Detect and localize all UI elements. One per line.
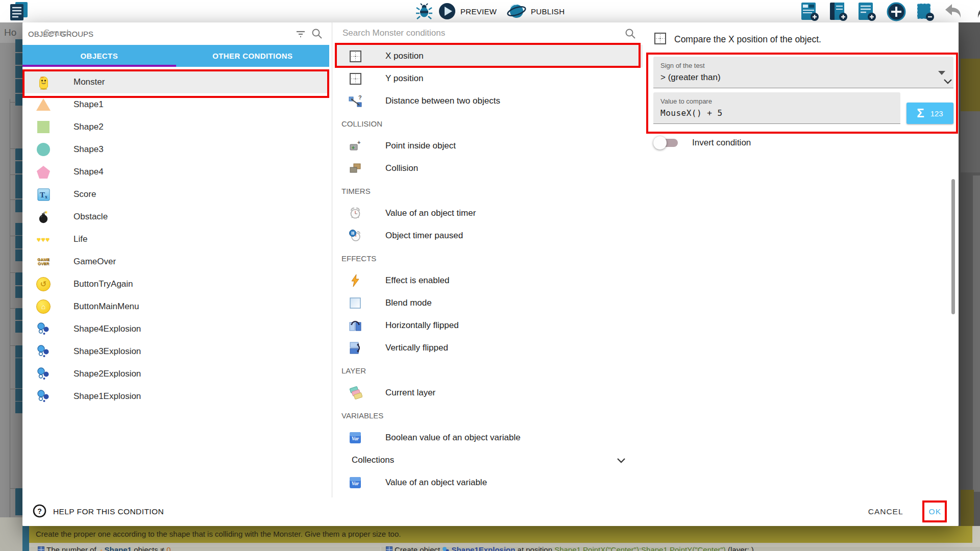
add-comment-icon[interactable]: [857, 2, 877, 22]
value-to-compare-label: Value to compare: [660, 97, 893, 105]
svg-text:?: ?: [358, 94, 362, 101]
chevron-down-icon[interactable]: [615, 454, 627, 468]
ok-button[interactable]: OK: [929, 507, 941, 516]
sign-of-test-select[interactable]: Sign of the test > (greater than): [653, 57, 953, 88]
condition-row-effect-is-enabled[interactable]: Effect is enabled: [336, 269, 643, 292]
paste-icon[interactable]: [915, 2, 936, 22]
object-label: Shape4Explosion: [74, 324, 141, 334]
expression-builder-label: 123: [930, 109, 943, 118]
events-sheet-icon[interactable]: [8, 1, 31, 21]
condition-title: Compare the X position of the object.: [674, 34, 821, 45]
object-row-life[interactable]: ♥♥♥Life: [22, 228, 329, 251]
conditions-search-input[interactable]: Search Monster conditions: [332, 22, 647, 45]
tab-other-conditions[interactable]: OTHER CONDITIONS: [176, 45, 330, 67]
event-block: [15, 488, 22, 515]
add-event-icon[interactable]: [800, 2, 820, 22]
object-row-shape3[interactable]: Shape3: [22, 138, 329, 161]
condition-row-horizontally-flipped[interactable]: Horizontally flipped: [336, 314, 643, 337]
object-row-buttonmainmenu[interactable]: ⌂ButtonMainMenu: [22, 295, 329, 318]
debug-icon[interactable]: [415, 3, 433, 20]
condition-row-y-position[interactable]: Y position: [336, 67, 643, 90]
objects-panel: Search OBJECTSOTHER CONDITIONS MonsterSh…: [22, 22, 329, 497]
object-list: MonsterShape1Shape2Shape3Shape4TxScoreOb…: [22, 67, 329, 408]
object-label: Shape2Explosion: [74, 369, 141, 379]
object-row-monster[interactable]: Monster: [22, 71, 329, 93]
event-block: [15, 286, 22, 298]
condition-group-header-timers: TIMERS: [332, 180, 647, 202]
condition-label: X position: [385, 51, 424, 61]
filter-icon[interactable]: [295, 28, 307, 42]
object-label: ButtonMainMenu: [74, 302, 139, 312]
add-circle-icon[interactable]: [886, 1, 907, 22]
object-label: Monster: [74, 77, 105, 87]
object-label: Score: [74, 189, 96, 199]
explosion-icon: [35, 320, 52, 338]
object-label: Shape3: [74, 144, 104, 155]
condition-row-current-layer[interactable]: Current layer: [336, 382, 643, 404]
search-icon: [311, 28, 323, 42]
object-row-shape1explosion[interactable]: Shape1Explosion: [22, 385, 329, 408]
object-row-score[interactable]: TxScore: [22, 183, 329, 206]
event-block: [15, 53, 22, 65]
value-to-compare-input[interactable]: Value to compare MouseX() + 5: [653, 92, 900, 124]
condition-row-distance-between-two-objects[interactable]: ?Distance between two objects: [336, 90, 643, 112]
object-label: ButtonTryAgain: [74, 279, 133, 289]
condition-row-value-of-an-object-timer[interactable]: Value of an object timer: [336, 202, 643, 224]
events-sheet-margin: [0, 517, 22, 551]
explosion-small-icon: [442, 546, 449, 551]
event-comment: Create the proper one according to the s…: [29, 526, 972, 543]
collapsible-collections[interactable]: Collections: [336, 449, 643, 471]
objects-tabbar: OBJECTSOTHER CONDITIONS: [22, 45, 329, 67]
redo-icon[interactable]: [973, 2, 980, 21]
condition-row-object-timer-paused[interactable]: Object timer paused: [336, 224, 643, 247]
event-block: [15, 174, 22, 198]
condition-row-vertically-flipped[interactable]: Vertically flipped: [336, 337, 643, 359]
event-block: [15, 94, 22, 106]
sign-of-test-value: > (greater than): [660, 72, 946, 83]
condition-row-value-of-an-object-variable[interactable]: VarValue of an object variable: [336, 471, 643, 494]
cancel-button[interactable]: CANCEL: [868, 507, 903, 516]
event-block: [15, 148, 22, 160]
condition-label: Collision: [385, 163, 418, 173]
condition-row-point-inside-object[interactable]: ++Point inside object: [336, 135, 643, 157]
add-subevent-icon[interactable]: [828, 2, 849, 22]
object-row-shape4explosion[interactable]: Shape4Explosion: [22, 318, 329, 340]
event-block: [15, 358, 22, 388]
event-block: [15, 79, 22, 93]
object-row-buttontryagain[interactable]: ↺ButtonTryAgain: [22, 273, 329, 295]
sigma-icon: Σ: [917, 106, 924, 120]
tab-objects[interactable]: OBJECTS: [22, 45, 176, 67]
explosion-icon: [35, 365, 52, 383]
object-row-shape4[interactable]: Shape4: [22, 161, 329, 183]
object-row-obstacle[interactable]: Obstacle: [22, 206, 329, 228]
condition-row-boolean-value-of-an-object-variable[interactable]: VarBoolean value of an object variable: [336, 427, 643, 449]
condition-row-blend-mode[interactable]: Blend mode: [336, 292, 643, 314]
event-block: [15, 39, 22, 52]
distance-icon: ?: [348, 93, 363, 109]
object-row-shape2explosion[interactable]: Shape2Explosion: [22, 363, 329, 385]
invert-condition-label: Invert condition: [692, 138, 751, 148]
help-button[interactable]: ? HELP FOR THIS CONDITION: [33, 504, 164, 520]
undo-icon[interactable]: [944, 2, 965, 21]
condition-label: Value of an object variable: [385, 478, 487, 488]
condition-row-collision[interactable]: Collision: [336, 157, 643, 180]
condition-row-x-position[interactable]: X position: [336, 45, 643, 67]
object-row-shape2[interactable]: Shape2: [22, 116, 329, 138]
text-object-icon: Tx: [35, 186, 52, 203]
objects-search-input[interactable]: Search: [22, 22, 329, 45]
x-position-icon: [653, 32, 667, 47]
preview-button[interactable]: PREVIEW: [438, 2, 497, 20]
expression-builder-button[interactable]: Σ 123: [906, 103, 953, 124]
invert-condition-toggle[interactable]: [654, 138, 678, 148]
preview-label: PREVIEW: [460, 7, 497, 16]
instruction-grid-icon: [386, 546, 393, 551]
object-row-gameover[interactable]: GAMEOVERGameOver: [22, 251, 329, 273]
object-row-shape1[interactable]: Shape1: [22, 93, 329, 116]
publish-button[interactable]: PUBLISH: [506, 2, 565, 20]
event-block: [15, 223, 22, 235]
collision-icon: [348, 161, 363, 176]
help-label: HELP FOR THIS CONDITION: [53, 507, 164, 516]
explosion-icon: [35, 388, 52, 405]
object-row-shape3explosion[interactable]: Shape3Explosion: [22, 340, 329, 363]
pentagon-shape-icon: [35, 163, 52, 181]
